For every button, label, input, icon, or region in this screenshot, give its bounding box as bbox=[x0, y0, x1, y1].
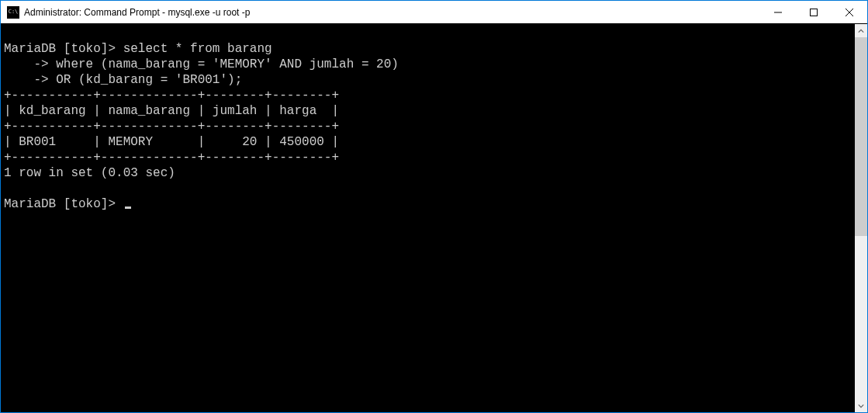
scroll-up-button[interactable] bbox=[855, 24, 867, 37]
terminal-line: +-----------+-------------+--------+----… bbox=[4, 120, 339, 134]
scroll-thumb[interactable] bbox=[855, 37, 867, 236]
terminal-line: +-----------+-------------+--------+----… bbox=[4, 151, 339, 165]
maximize-icon bbox=[810, 9, 818, 16]
close-icon bbox=[846, 9, 853, 16]
window-title: Administrator: Command Prompt - mysql.ex… bbox=[24, 7, 760, 18]
terminal-prompt: MariaDB [toko]> bbox=[4, 197, 123, 211]
terminal-line: | kd_barang | nama_barang | jumlah | har… bbox=[4, 104, 339, 118]
terminal-line: MariaDB [toko]> select * from barang bbox=[4, 42, 272, 56]
chevron-down-icon bbox=[858, 403, 864, 409]
terminal-line: 1 row in set (0.03 sec) bbox=[4, 166, 175, 180]
svg-rect-1 bbox=[811, 9, 818, 16]
terminal-line: | BR001 | MEMORY | 20 | 450000 | bbox=[4, 135, 339, 149]
vertical-scrollbar[interactable] bbox=[855, 24, 867, 412]
scroll-track[interactable] bbox=[855, 37, 867, 399]
terminal-line: +-----------+-------------+--------+----… bbox=[4, 88, 339, 102]
window-controls bbox=[760, 1, 867, 23]
chevron-up-icon bbox=[858, 28, 864, 34]
maximize-button[interactable] bbox=[796, 1, 832, 23]
client-area: MariaDB [toko]> select * from barang -> … bbox=[1, 24, 867, 412]
minimize-icon bbox=[774, 9, 782, 16]
terminal-line: -> OR (kd_barang = 'BR001'); bbox=[4, 73, 242, 87]
window: C:\ Administrator: Command Prompt - mysq… bbox=[1, 1, 867, 412]
scroll-down-button[interactable] bbox=[855, 399, 867, 412]
terminal-line: -> where (nama_barang = 'MEMORY' AND jum… bbox=[4, 57, 399, 71]
cmd-icon: C:\ bbox=[7, 6, 19, 19]
cursor bbox=[125, 206, 131, 209]
close-button[interactable] bbox=[832, 1, 867, 23]
minimize-button[interactable] bbox=[760, 1, 796, 23]
titlebar[interactable]: C:\ Administrator: Command Prompt - mysq… bbox=[1, 1, 867, 24]
terminal-output[interactable]: MariaDB [toko]> select * from barang -> … bbox=[1, 24, 855, 412]
